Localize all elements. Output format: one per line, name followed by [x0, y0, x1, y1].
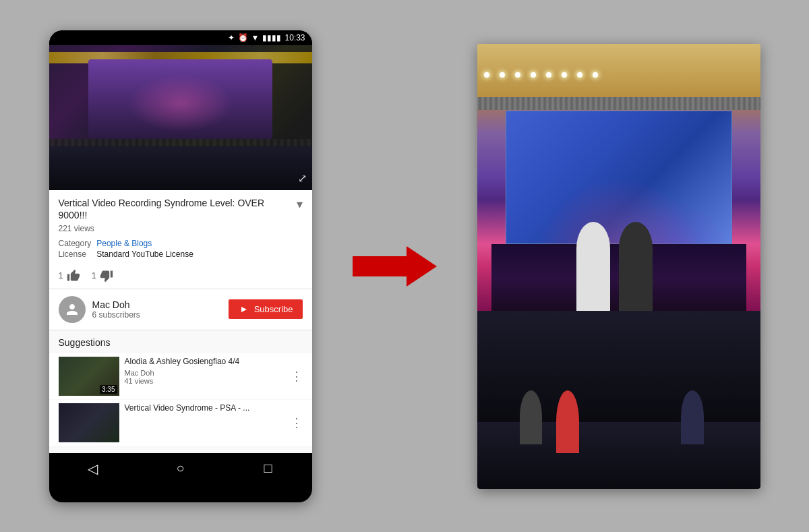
back-button[interactable]: ◁ [73, 453, 113, 484]
category-value[interactable]: People & Blogs [96, 239, 302, 248]
light-7 [577, 72, 582, 78]
status-time: 10:33 [284, 33, 305, 42]
like-button[interactable]: 1 [59, 268, 81, 283]
thumbup-icon [66, 268, 81, 283]
meta-section: Category People & Blogs License Standard… [59, 239, 303, 259]
suggestion-item-2[interactable]: Vertical Video Syndrome - PSA - ... ⋮ [49, 400, 312, 446]
suggestion-2-info: Vertical Video Syndrome - PSA - ... [125, 403, 285, 416]
suggestions-section: Suggestions 3:35 Alodia & Ashley Gosieng… [49, 330, 312, 453]
license-value: Standard YouTube License [96, 249, 302, 259]
arrow-container [353, 246, 437, 287]
light-1 [484, 72, 489, 78]
bluetooth-icon: ✦ [228, 33, 235, 42]
signal-icon: ▮▮▮▮ [262, 33, 281, 42]
page-container: ✦ ⏰ ▼ ▮▮▮▮ 10:33 ⤢ [0, 0, 809, 532]
dropdown-icon[interactable]: ▾ [297, 197, 303, 212]
expand-icon[interactable]: ⤢ [298, 172, 307, 185]
light-2 [500, 72, 505, 78]
suggestion-item-1[interactable]: 3:35 Alodia & Ashley Gosiengfiao 4/4 Mac… [49, 353, 312, 399]
suggestion-1-info: Alodia & Ashley Gosiengfiao 4/4 Mac Doh … [125, 357, 285, 386]
light-8 [593, 72, 598, 78]
more-options-icon-2[interactable]: ⋮ [291, 415, 303, 430]
youtube-logo-icon [238, 305, 250, 314]
light-4 [531, 72, 536, 78]
suggestion-1-channel: Mac Doh [125, 369, 285, 377]
nav-bar: ◁ ○ □ [49, 453, 312, 484]
audience-area [477, 311, 760, 422]
red-arrow [353, 246, 437, 287]
performer-2 [619, 222, 653, 311]
license-label: License [59, 249, 92, 259]
recent-button[interactable]: □ [248, 453, 289, 484]
suggestion-1-title: Alodia & Ashley Gosiengfiao 4/4 [125, 357, 285, 367]
suggestion-2-thumbnail [59, 403, 119, 442]
expanded-video-background [477, 44, 760, 489]
arrow-shaft [353, 256, 407, 276]
light-3 [515, 72, 520, 78]
suggestion-1-views: 41 views [125, 377, 285, 385]
like-dislike-row: 1 1 [59, 266, 303, 283]
expanded-video-view [477, 44, 760, 489]
wifi-icon: ▼ [251, 33, 260, 42]
suggestions-title: Suggestions [49, 337, 312, 353]
channel-info: Mac Doh 6 subscribers [92, 299, 229, 320]
subscribe-label: Subscribe [254, 304, 293, 314]
category-label: Category [59, 239, 92, 248]
thumbdown-icon [99, 268, 114, 283]
video-info-section: Vertical Video Recording Syndrome Level:… [49, 190, 312, 289]
status-bar: ✦ ⏰ ▼ ▮▮▮▮ 10:33 [49, 30, 312, 45]
views-count: 221 views [59, 224, 303, 233]
home-button[interactable]: ○ [160, 453, 201, 484]
avatar [59, 296, 86, 323]
duration-badge-1: 3:35 [100, 385, 117, 394]
stage-lights [477, 66, 760, 84]
phone-mockup: ✦ ⏰ ▼ ▮▮▮▮ 10:33 ⤢ [49, 30, 312, 502]
subscribe-button[interactable]: Subscribe [229, 299, 303, 319]
stage-truss [477, 97, 760, 111]
like-count: 1 [59, 270, 63, 280]
video-title: Vertical Video Recording Syndrome Level:… [59, 197, 290, 221]
light-6 [562, 72, 567, 78]
alarm-icon: ⏰ [238, 33, 248, 42]
video-player[interactable]: ⤢ [49, 45, 312, 190]
audience-person-3 [681, 390, 704, 444]
arrow-head [407, 246, 437, 287]
dislike-button[interactable]: 1 [92, 268, 114, 283]
audience-person-2 [556, 390, 579, 452]
audience-person-1 [520, 390, 543, 444]
content-area: Vertical Video Recording Syndrome Level:… [49, 190, 312, 453]
suggestion-2-title: Vertical Video Syndrome - PSA - ... [125, 403, 285, 414]
dislike-count: 1 [92, 270, 96, 280]
channel-subscribers: 6 subscribers [92, 310, 229, 320]
channel-name[interactable]: Mac Doh [92, 299, 229, 310]
more-options-icon-1[interactable]: ⋮ [291, 369, 303, 384]
performer-1 [576, 222, 610, 311]
suggestion-1-thumbnail: 3:35 [59, 357, 119, 396]
channel-section: Mac Doh 6 subscribers Subscribe [49, 289, 312, 330]
light-5 [546, 72, 551, 78]
